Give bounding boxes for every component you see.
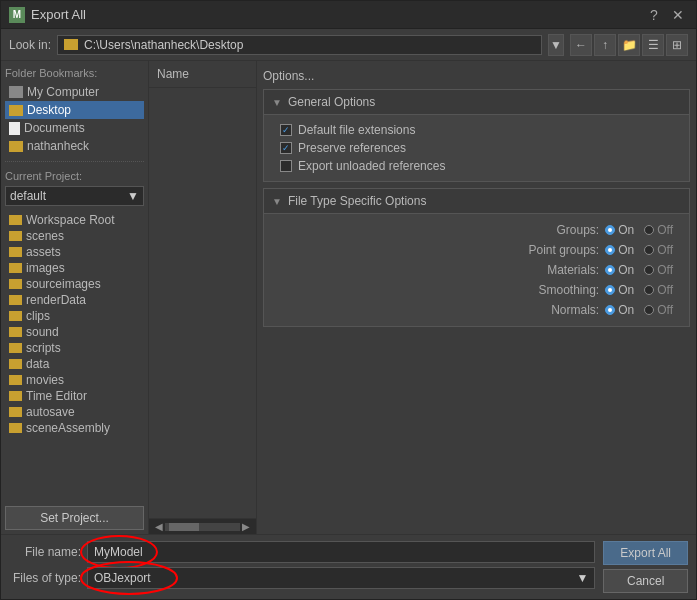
- dir-folder-icon: [9, 247, 22, 257]
- dir-sourceimages[interactable]: sourceimages: [5, 276, 144, 292]
- file-name-input[interactable]: [87, 541, 595, 563]
- look-in-field[interactable]: C:\Users\nathanheck\Desktop: [57, 35, 542, 55]
- bookmark-nathanheck[interactable]: nathanheck: [5, 137, 144, 155]
- list-view-button[interactable]: ☰: [642, 34, 664, 56]
- look-in-bar: Look in: C:\Users\nathanheck\Desktop ▼ ←…: [1, 29, 696, 61]
- title-bar-left: M Export All: [9, 7, 86, 23]
- checkbox-export-unloaded[interactable]: [280, 160, 292, 172]
- dir-movies[interactable]: movies: [5, 372, 144, 388]
- scroll-right-arrow[interactable]: ▶: [240, 521, 252, 532]
- collapse-arrow2-icon: ▼: [272, 196, 282, 207]
- bookmark-desktop[interactable]: Desktop: [5, 101, 144, 119]
- dir-autosave[interactable]: autosave: [5, 404, 144, 420]
- bottom-fields: File name: Files of type:: [9, 541, 595, 593]
- up-button[interactable]: ↑: [594, 34, 616, 56]
- materials-off-radio[interactable]: [644, 265, 654, 275]
- normals-radio-group: On Off: [605, 303, 673, 317]
- point-groups-on-radio[interactable]: [605, 245, 615, 255]
- main-content: Folder Bookmarks: My Computer Desktop Do…: [1, 61, 696, 534]
- groups-off-label: Off: [657, 223, 673, 237]
- dir-label: autosave: [26, 405, 75, 419]
- title-bar-controls: ? ✕: [644, 5, 688, 25]
- close-button[interactable]: ✕: [668, 5, 688, 25]
- dir-folder-icon: [9, 375, 22, 385]
- point-groups-off-option[interactable]: Off: [644, 243, 673, 257]
- materials-on-option[interactable]: On: [605, 263, 634, 277]
- dir-folder-icon: [9, 311, 22, 321]
- dir-label: clips: [26, 309, 50, 323]
- dir-data[interactable]: data: [5, 356, 144, 372]
- normals-on-radio[interactable]: [605, 305, 615, 315]
- scroll-thumb[interactable]: [169, 523, 199, 531]
- option-preserve-references: Preserve references: [280, 139, 673, 157]
- normals-row: Normals: On Off: [280, 300, 673, 320]
- dir-label: renderData: [26, 293, 86, 307]
- groups-on-radio[interactable]: [605, 225, 615, 235]
- dir-folder-icon: [9, 295, 22, 305]
- file-type-options-header[interactable]: ▼ File Type Specific Options: [264, 189, 689, 214]
- dir-folder-icon: [9, 423, 22, 433]
- dir-images[interactable]: images: [5, 260, 144, 276]
- materials-label: Materials:: [519, 263, 599, 277]
- normals-on-option[interactable]: On: [605, 303, 634, 317]
- help-button[interactable]: ?: [644, 5, 664, 25]
- point-groups-on-option[interactable]: On: [605, 243, 634, 257]
- export-all-button[interactable]: Export All: [603, 541, 688, 565]
- look-in-label: Look in:: [9, 38, 51, 52]
- dir-sceneassembly[interactable]: sceneAssembly: [5, 420, 144, 436]
- dir-renderdata[interactable]: renderData: [5, 292, 144, 308]
- option-export-unloaded-label: Export unloaded references: [298, 159, 445, 173]
- set-project-button[interactable]: Set Project...: [5, 506, 144, 530]
- groups-on-option[interactable]: On: [605, 223, 634, 237]
- bookmark-my-computer[interactable]: My Computer: [5, 83, 144, 101]
- dir-clips[interactable]: clips: [5, 308, 144, 324]
- materials-on-radio[interactable]: [605, 265, 615, 275]
- dir-folder-icon: [9, 279, 22, 289]
- smoothing-on-option[interactable]: On: [605, 283, 634, 297]
- dir-folder-icon: [9, 231, 22, 241]
- groups-off-option[interactable]: Off: [644, 223, 673, 237]
- dir-label: sourceimages: [26, 277, 101, 291]
- dir-time-editor[interactable]: Time Editor: [5, 388, 144, 404]
- dir-sound[interactable]: sound: [5, 324, 144, 340]
- scroll-track[interactable]: [165, 523, 240, 531]
- files-type-dropdown[interactable]: OBJexport ▼: [87, 567, 595, 589]
- checkbox-preserve-references[interactable]: [280, 142, 292, 154]
- current-project-label: Current Project:: [5, 168, 144, 184]
- dir-label: data: [26, 357, 49, 371]
- dir-folder-icon: [9, 391, 22, 401]
- dropdown-arrow-icon: ▼: [127, 189, 139, 203]
- dir-workspace-root[interactable]: Workspace Root: [5, 212, 144, 228]
- normals-off-option[interactable]: Off: [644, 303, 673, 317]
- point-groups-on-label: On: [618, 243, 634, 257]
- dir-folder-icon: [9, 359, 22, 369]
- options-title[interactable]: Options...: [263, 67, 690, 89]
- groups-off-radio[interactable]: [644, 225, 654, 235]
- dir-assets[interactable]: assets: [5, 244, 144, 260]
- bookmark-documents[interactable]: Documents: [5, 119, 144, 137]
- materials-off-option[interactable]: Off: [644, 263, 673, 277]
- look-in-dropdown-arrow[interactable]: ▼: [548, 34, 564, 56]
- point-groups-off-radio[interactable]: [644, 245, 654, 255]
- dir-scenes[interactable]: scenes: [5, 228, 144, 244]
- collapse-arrow-icon: ▼: [272, 97, 282, 108]
- point-groups-off-label: Off: [657, 243, 673, 257]
- grid-view-button[interactable]: ⊞: [666, 34, 688, 56]
- horizontal-scrollbar[interactable]: ◀ ▶: [149, 518, 256, 534]
- dir-scripts[interactable]: scripts: [5, 340, 144, 356]
- materials-row: Materials: On Off: [280, 260, 673, 280]
- cancel-button[interactable]: Cancel: [603, 569, 688, 593]
- smoothing-off-radio[interactable]: [644, 285, 654, 295]
- point-groups-radio-group: On Off: [605, 243, 673, 257]
- new-folder-button[interactable]: 📁: [618, 34, 640, 56]
- project-dropdown[interactable]: default ▼: [5, 186, 144, 206]
- back-button[interactable]: ←: [570, 34, 592, 56]
- scroll-left-arrow[interactable]: ◀: [153, 521, 165, 532]
- checkbox-default-extensions[interactable]: [280, 124, 292, 136]
- normals-off-radio[interactable]: [644, 305, 654, 315]
- dir-folder-icon: [9, 343, 22, 353]
- smoothing-on-radio[interactable]: [605, 285, 615, 295]
- smoothing-off-option[interactable]: Off: [644, 283, 673, 297]
- general-options-header[interactable]: ▼ General Options: [264, 90, 689, 115]
- option-preserve-references-label: Preserve references: [298, 141, 406, 155]
